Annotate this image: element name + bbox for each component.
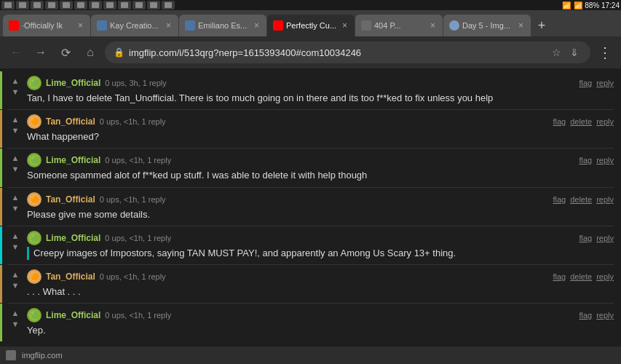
reply-link[interactable]: reply	[596, 234, 614, 242]
reply-link[interactable]: reply	[596, 79, 614, 87]
reply-link[interactable]: reply	[596, 117, 614, 126]
comment-text: Please give me some details.	[27, 208, 614, 221]
tab-kay[interactable]: Kay Creatio... ×	[91, 15, 178, 36]
comment-text: Creepy images of Impostors, saying TAN M…	[27, 247, 614, 260]
comment-row: ▲ ▼ 🟠 Tan_Official 0 ups, <1h, 1 reply f…	[0, 188, 621, 226]
tab-label: Emiliano Es...	[198, 21, 250, 30]
comment-actions: flag delete reply	[553, 117, 614, 126]
reply-link[interactable]: reply	[596, 311, 614, 320]
upvote-button[interactable]: ▲	[9, 76, 21, 86]
mini-tab	[162, 1, 175, 9]
comment-header: 🟠 Tan_Official 0 ups, <1h, 1 reply flag …	[27, 192, 614, 207]
downvote-button[interactable]: ▼	[9, 164, 21, 174]
flag-link[interactable]: flag	[553, 195, 566, 204]
reply-link[interactable]: reply	[596, 272, 614, 281]
tab-emiliano[interactable]: Emiliano Es... ×	[179, 15, 266, 36]
avatar: 🟢	[27, 153, 41, 167]
downvote-button[interactable]: ▼	[9, 203, 21, 213]
reply-link[interactable]: reply	[596, 156, 614, 165]
comment-actions: flag delete reply	[553, 272, 614, 281]
mini-tab	[1, 1, 15, 9]
back-button[interactable]: ←	[6, 42, 26, 63]
comment-meta: 0 ups, <1h, 1 reply	[105, 234, 171, 242]
tab-close-day5[interactable]: ×	[517, 19, 525, 32]
flag-link[interactable]: flag	[579, 234, 592, 242]
home-button[interactable]: ⌂	[80, 42, 100, 63]
mini-tab	[147, 1, 160, 9]
tab-close-emiliano[interactable]: ×	[253, 19, 261, 32]
comment-meta: 0 ups, 3h, 1 reply	[105, 79, 166, 87]
comment-text: . . . What . . .	[27, 285, 614, 298]
comment-actions: flag delete reply	[553, 195, 614, 204]
comment-meta: 0 ups, <1h, 1 reply	[100, 272, 166, 281]
tab-404[interactable]: 404 P... ×	[355, 15, 443, 36]
comment-body: 🟠 Tan_Official 0 ups, <1h, 1 reply flag …	[27, 269, 614, 298]
new-tab-button[interactable]: +	[531, 15, 552, 36]
forward-button[interactable]: →	[31, 42, 51, 63]
comment-text: What happened?	[27, 130, 614, 143]
delete-link[interactable]: delete	[570, 195, 592, 204]
downvote-button[interactable]: ▼	[9, 319, 21, 329]
tab-close-perfectly[interactable]: ×	[341, 19, 349, 32]
vote-column: ▲ ▼	[9, 153, 21, 182]
avatar: 🟠	[27, 269, 41, 284]
vote-column: ▲ ▼	[9, 269, 21, 298]
mini-tab-container	[1, 1, 561, 9]
mini-tab	[118, 1, 131, 9]
comment-text: Tan, I have to delete Tan_Unofficial. Th…	[27, 92, 614, 105]
flag-link[interactable]: flag	[553, 272, 566, 281]
flag-link[interactable]: flag	[579, 156, 592, 165]
flag-link[interactable]: flag	[579, 79, 592, 87]
upvote-button[interactable]: ▲	[9, 153, 21, 163]
vk-favicon	[97, 20, 107, 31]
reply-link[interactable]: reply	[596, 195, 614, 204]
bookmark-button[interactable]: ☆	[549, 44, 564, 61]
upvote-button[interactable]: ▲	[9, 308, 21, 318]
page-content: ▲ ▼ 🟢 Lime_Official 0 ups, 3h, 1 reply f…	[0, 68, 621, 347]
comment-row: ▲ ▼ 🟠 Tan_Official 0 ups, <1h, 1 reply f…	[0, 110, 621, 148]
upvote-button[interactable]: ▲	[9, 269, 21, 280]
browser-menu-button[interactable]: ⋮	[595, 41, 615, 64]
downvote-button[interactable]: ▼	[9, 242, 21, 252]
avatar: 🟠	[27, 114, 41, 129]
comment-text: Yep.	[27, 324, 614, 337]
tab-officially[interactable]: ·Officially Ik ×	[3, 15, 90, 36]
upvote-button[interactable]: ▲	[9, 231, 21, 241]
tab-close-officially[interactable]: ×	[76, 19, 84, 32]
avatar: 🟢	[27, 308, 41, 323]
delete-link[interactable]: delete	[570, 272, 592, 281]
downvote-button[interactable]: ▼	[9, 125, 21, 135]
comment-thread: ▲ ▼ 🟢 Lime_Official 0 ups, 3h, 1 reply f…	[0, 68, 621, 344]
comment-meta: 0 ups, <1h, 1 reply	[100, 195, 166, 204]
tab-perfectly[interactable]: Perfectly Cu... ×	[267, 15, 355, 36]
upvote-button[interactable]: ▲	[9, 192, 21, 202]
download-button[interactable]: ⇓	[567, 44, 582, 61]
flag-link[interactable]: flag	[553, 117, 566, 126]
tab-day5[interactable]: Day 5 - Img... ×	[443, 15, 531, 36]
flag-link[interactable]: flag	[579, 311, 592, 320]
tabs-row: ·Officially Ik × Kay Creatio... × Emilia…	[0, 10, 621, 36]
comment-actions: flag reply	[579, 156, 614, 165]
downvote-button[interactable]: ▼	[9, 280, 21, 290]
comment-body: 🟢 Lime_Official 0 ups, <1h, 1 reply flag…	[27, 231, 614, 260]
delete-link[interactable]: delete	[570, 117, 592, 126]
refresh-button[interactable]: ⟳	[55, 42, 76, 63]
tab-close-kay[interactable]: ×	[165, 19, 173, 32]
comment-actions: flag reply	[579, 234, 614, 242]
upvote-button[interactable]: ▲	[9, 114, 21, 124]
address-text: imgflip.com/i/513qrg?nerp=1615393400#com…	[129, 47, 545, 58]
vote-column: ▲ ▼	[9, 231, 21, 260]
comment-body: 🟢 Lime_Official 0 ups, <1h, 1 reply flag…	[27, 153, 614, 182]
browser-top-strip: 📶 📶 88% 17:24	[0, 0, 621, 10]
tab-label: ·Officially Ik	[22, 21, 74, 30]
comment-meta: 0 ups, <1h, 1 reply	[105, 311, 171, 320]
status-url: imgflip.com	[22, 351, 63, 360]
address-bar[interactable]: 🔒 imgflip.com/i/513qrg?nerp=1615393400#c…	[105, 41, 590, 63]
mini-tab	[45, 1, 58, 9]
address-actions: ☆ ⇓	[549, 44, 582, 61]
vote-column: ▲ ▼	[9, 192, 21, 221]
vote-column: ▲ ▼	[9, 308, 21, 337]
tab-close-404[interactable]: ×	[429, 19, 437, 32]
downvote-button[interactable]: ▼	[9, 87, 21, 97]
status-bar: imgflip.com	[0, 347, 621, 364]
